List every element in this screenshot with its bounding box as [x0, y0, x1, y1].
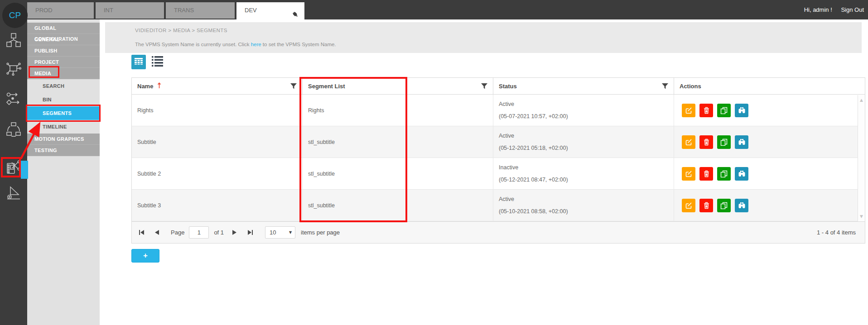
- page-number-input[interactable]: [189, 226, 209, 239]
- add-segment-button[interactable]: +: [131, 249, 159, 263]
- column-header-name-label: Name: [137, 83, 153, 90]
- column-header-segment-list[interactable]: Segment List: [303, 78, 493, 94]
- status-value: Inactive: [499, 164, 518, 171]
- status-value: Active: [499, 101, 514, 107]
- env-tab-trans[interactable]: TRANS: [166, 2, 235, 19]
- table-row: Subtitle stl_subtitle Active (05-12-2021…: [132, 126, 865, 158]
- items-per-page-label: items per page: [301, 229, 340, 236]
- notice-text-before: The VPMS System Name is currently unset.…: [135, 42, 251, 47]
- column-header-status-label: Status: [499, 83, 517, 90]
- status-timestamp: (05-12-2021 05:18, +02:00): [499, 145, 568, 151]
- table-row: Subtitle 2 stl_subtitle Inactive (05-12-…: [132, 158, 865, 190]
- nav-item-publish[interactable]: PUBLISH: [27, 45, 100, 57]
- nav-item-segments[interactable]: SEGMENTS: [27, 106, 100, 120]
- column-header-segment-list-label: Segment List: [308, 83, 345, 90]
- nav-item-media[interactable]: MEDIA: [27, 68, 100, 79]
- status-value: Active: [499, 133, 514, 139]
- sign-out-link[interactable]: Sign Out: [841, 6, 864, 13]
- page-label: Page: [171, 229, 184, 236]
- delete-button[interactable]: [699, 167, 713, 181]
- duplicate-button[interactable]: [717, 135, 731, 149]
- list-view-toggle[interactable]: [149, 55, 165, 69]
- delete-button[interactable]: [699, 104, 713, 117]
- grid-view-toggle[interactable]: [131, 55, 146, 69]
- column-header-name[interactable]: Name: [132, 78, 303, 94]
- pager: Page of 1 10 ▼ items per page 1 - 4 of 4…: [132, 221, 865, 243]
- cell-status: Active (05-10-2021 08:58, +02:00): [493, 190, 674, 221]
- table-row: Subtitle 3 stl_subtitle Active (05-10-20…: [132, 190, 865, 221]
- review-tools-icon[interactable]: [5, 184, 22, 201]
- find-button[interactable]: [735, 199, 748, 212]
- cell-status: Active (05-12-2021 05:18, +02:00): [493, 126, 674, 158]
- duplicate-button[interactable]: [717, 199, 731, 212]
- cell-name: Subtitle: [132, 126, 303, 158]
- duplicate-button[interactable]: [717, 167, 731, 181]
- duplicate-button[interactable]: [717, 104, 731, 117]
- nav-item-motion-graphics[interactable]: MOTION GRAPHICS: [27, 134, 100, 145]
- cell-status: Active (05-07-2021 10:57, +02:00): [493, 95, 674, 126]
- nav-item-testing[interactable]: TESTING: [27, 145, 100, 156]
- cell-name: Rights: [132, 95, 303, 126]
- plug-icon: [292, 8, 299, 24]
- status-timestamp: (05-12-2021 08:47, +02:00): [499, 177, 568, 183]
- cell-actions: [674, 126, 858, 158]
- cell-name: Subtitle 3: [132, 190, 303, 221]
- top-bar: PROD INT TRANS DEV Hi, admin ! Sign Out: [0, 0, 868, 19]
- filter-icon[interactable]: [662, 83, 668, 91]
- cell-segment-list: stl_subtitle: [303, 190, 493, 221]
- nav-item-timeline[interactable]: TIMELINE: [27, 120, 100, 134]
- chevron-down-icon: ▼: [289, 230, 292, 234]
- nav-item-project[interactable]: PROJECT: [27, 57, 100, 68]
- nav-item-bin[interactable]: BIN: [27, 93, 100, 106]
- find-button[interactable]: [735, 104, 748, 117]
- workflow-icon[interactable]: [5, 91, 22, 108]
- video-editor-icon[interactable]: [5, 159, 22, 176]
- scroll-down-icon[interactable]: ▼: [858, 214, 865, 219]
- edit-button[interactable]: [682, 104, 695, 117]
- delete-button[interactable]: [699, 199, 713, 212]
- edit-button[interactable]: [682, 199, 695, 212]
- filter-icon[interactable]: [290, 83, 297, 91]
- cell-segment-list: stl_subtitle: [303, 158, 493, 189]
- nav-item-search[interactable]: SEARCH: [27, 79, 100, 93]
- find-button[interactable]: [735, 167, 748, 181]
- filter-icon[interactable]: [481, 83, 487, 91]
- app-logo: CP: [2, 3, 28, 28]
- cell-segment-list: stl_subtitle: [303, 126, 493, 158]
- next-page-button[interactable]: [232, 230, 236, 235]
- table-row: Rights Rights Active (05-07-2021 10:57, …: [132, 95, 865, 126]
- notice-here-link[interactable]: here: [251, 42, 261, 47]
- breadcrumb: VIDIEDITOR > MEDIA > SEGMENTS: [135, 22, 227, 38]
- connections-icon[interactable]: [5, 60, 22, 77]
- last-page-button[interactable]: [248, 230, 253, 235]
- first-page-button[interactable]: [139, 230, 144, 235]
- table-header-row: Name Segment List Status Actions: [132, 78, 865, 95]
- env-tab-dev-label: DEV: [245, 7, 257, 14]
- status-value: Active: [499, 196, 514, 202]
- cell-actions: [674, 95, 858, 126]
- nav-item-global-configuration[interactable]: GLOBAL CONFIGURATION: [27, 23, 100, 34]
- sort-asc-icon: [157, 82, 161, 90]
- page-size-select[interactable]: 10 ▼: [265, 226, 295, 239]
- active-module-indicator: [21, 161, 28, 179]
- user-greeting: Hi, admin !: [804, 6, 832, 13]
- delete-button[interactable]: [699, 135, 713, 149]
- edit-button[interactable]: [682, 167, 695, 181]
- table-scrollbar[interactable]: ▲ ▼: [858, 95, 865, 221]
- previous-page-button[interactable]: [155, 230, 159, 235]
- env-tab-int[interactable]: INT: [96, 2, 164, 19]
- lifecycle-icon[interactable]: [5, 121, 22, 138]
- edit-button[interactable]: [682, 135, 695, 149]
- page-size-value: 10: [270, 229, 276, 236]
- env-tab-dev[interactable]: DEV: [236, 2, 304, 22]
- env-tab-prod[interactable]: PROD: [27, 2, 94, 19]
- find-button[interactable]: [735, 135, 748, 149]
- column-header-status[interactable]: Status: [493, 78, 674, 94]
- notice-text-after: to set the VPMS System Name.: [261, 42, 336, 47]
- modules-icon[interactable]: [5, 32, 22, 49]
- cell-actions: [674, 190, 858, 221]
- scroll-up-icon[interactable]: ▲: [858, 98, 865, 102]
- items-range-label: 1 - 4 of 4 items: [817, 229, 856, 236]
- cell-segment-list: Rights: [303, 95, 493, 126]
- vpms-notice: The VPMS System Name is currently unset.…: [135, 38, 336, 53]
